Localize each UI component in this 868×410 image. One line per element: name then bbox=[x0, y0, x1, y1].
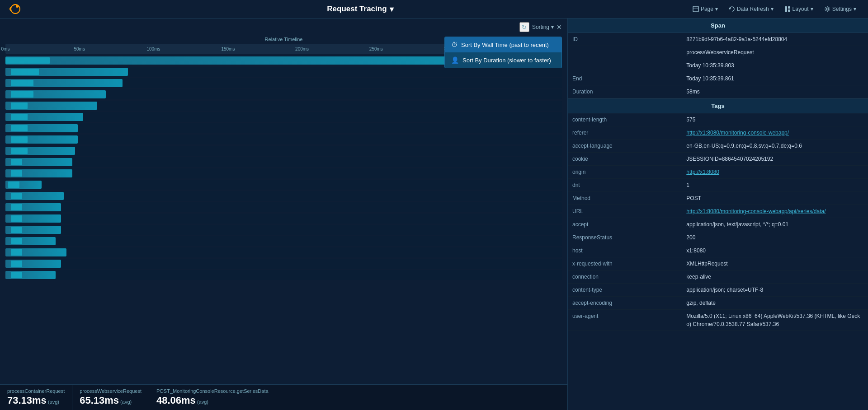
bar-row[interactable] bbox=[5, 101, 562, 111]
tag-row: connectionkeep-alive bbox=[568, 270, 868, 284]
stat-value: 73.13ms bbox=[7, 395, 47, 406]
bar-inner bbox=[11, 170, 22, 177]
tag-row: content-typeapplication/json; charset=UT… bbox=[568, 284, 868, 297]
page-nav-icon bbox=[693, 6, 699, 12]
span-key bbox=[568, 46, 682, 59]
settings-button[interactable]: Settings ▾ bbox=[820, 4, 861, 14]
tag-link[interactable]: http://x1:8080/monitoring-console-webapp… bbox=[686, 130, 789, 136]
tag-key: ResponseStatus bbox=[568, 231, 682, 244]
page-nav-button[interactable]: Page ▾ bbox=[688, 4, 722, 14]
bar-inner bbox=[11, 80, 33, 86]
bar-row[interactable] bbox=[5, 78, 562, 88]
page-title-area: Request Tracing ▾ bbox=[33, 5, 688, 14]
bar-row[interactable] bbox=[5, 67, 562, 77]
tag-key: host bbox=[568, 244, 682, 257]
svg-rect-5 bbox=[788, 6, 790, 9]
bar-background bbox=[5, 236, 562, 246]
page-title-chevron: ▾ bbox=[390, 5, 394, 14]
tag-row: content-length575 bbox=[568, 113, 868, 126]
bar-background bbox=[5, 247, 562, 257]
chart-refresh-button[interactable]: ↻ bbox=[519, 22, 529, 32]
span-header: Span bbox=[568, 19, 868, 33]
span-row: Duration58ms bbox=[568, 85, 868, 98]
bar-row[interactable] bbox=[5, 236, 562, 246]
tag-key: dnt bbox=[568, 179, 682, 192]
tag-key: content-type bbox=[568, 284, 682, 297]
tag-value: x1:8080 bbox=[682, 244, 868, 257]
tag-value: http://x1:8080/monitoring-console-webapp… bbox=[682, 205, 868, 218]
bar-inner bbox=[11, 125, 28, 131]
bar-inner bbox=[11, 238, 22, 244]
bar-row[interactable] bbox=[5, 112, 562, 122]
timeline-area: Relative Timeline 0ms50ms100ms150ms200ms… bbox=[0, 36, 567, 384]
bar-background bbox=[5, 168, 562, 178]
tag-row: x-requested-withXMLHttpRequest bbox=[568, 257, 868, 270]
page-nav-label: Page bbox=[701, 6, 713, 12]
tag-value: 1 bbox=[682, 179, 868, 192]
tag-row: user-agentMozilla/5.0 (X11; Linux x86_64… bbox=[568, 310, 868, 331]
tag-row: accept-encodinggzip, deflate bbox=[568, 297, 868, 310]
data-refresh-chevron: ▾ bbox=[771, 6, 774, 12]
tag-value: Mozilla/5.0 (X11; Linux x86_64) AppleWeb… bbox=[682, 310, 868, 331]
span-row: processWebserviceRequest bbox=[568, 46, 868, 59]
top-navbar: Request Tracing ▾ Page ▾ Data Refresh ▾ … bbox=[0, 0, 868, 19]
page-title-text: Request Tracing bbox=[327, 5, 387, 14]
tag-key: Method bbox=[568, 192, 682, 205]
tag-key: user-agent bbox=[568, 310, 682, 331]
bar-background bbox=[5, 191, 562, 201]
bar-row[interactable] bbox=[5, 157, 562, 167]
page-title-button[interactable]: Request Tracing ▾ bbox=[327, 5, 393, 14]
sort-by-duration[interactable]: 👤 Sort By Duration (slower to faster) bbox=[445, 52, 561, 68]
data-refresh-button[interactable]: Data Refresh ▾ bbox=[724, 4, 778, 14]
stat-value: 48.06ms bbox=[156, 395, 196, 406]
bar-row[interactable] bbox=[5, 146, 562, 156]
bar-row[interactable] bbox=[5, 270, 562, 280]
tags-header: Tags bbox=[568, 98, 868, 113]
bar-row[interactable] bbox=[5, 89, 562, 99]
sort-by-wall-time[interactable]: ⏱ Sort By Wall Time (past to recent) bbox=[445, 37, 561, 52]
sorting-dropdown-button[interactable]: Sorting ▾ bbox=[532, 24, 554, 30]
tag-key: accept-language bbox=[568, 140, 682, 153]
stat-avg: (avg) bbox=[196, 399, 208, 405]
sorting-close-button[interactable]: ✕ bbox=[557, 24, 562, 30]
bar-background bbox=[5, 123, 562, 133]
svg-rect-6 bbox=[788, 9, 790, 12]
payara-logo bbox=[7, 2, 24, 16]
tag-link[interactable]: http://x1:8080/monitoring-console-webapp… bbox=[686, 208, 826, 214]
bar-row[interactable] bbox=[5, 202, 562, 212]
bar-row[interactable] bbox=[5, 259, 562, 269]
tag-row: hostx1:8080 bbox=[568, 244, 868, 257]
wall-time-icon: ⏱ bbox=[451, 41, 458, 48]
bar-row[interactable] bbox=[5, 214, 562, 224]
bar-row[interactable] bbox=[5, 225, 562, 235]
tag-row: refererhttp://x1:8080/monitoring-console… bbox=[568, 126, 868, 140]
bar-inner bbox=[11, 215, 22, 222]
bar-row[interactable] bbox=[5, 191, 562, 201]
sort-popup: ⏱ Sort By Wall Time (past to recent) 👤 S… bbox=[444, 37, 562, 68]
stat-label: processContainerRequest bbox=[7, 388, 65, 394]
bar-row[interactable] bbox=[5, 168, 562, 178]
bar-inner bbox=[11, 249, 22, 256]
nav-actions: Page ▾ Data Refresh ▾ Layout ▾ Settings … bbox=[688, 4, 861, 14]
layout-icon bbox=[784, 6, 791, 12]
bar-inner bbox=[11, 102, 28, 109]
span-value: Today 10:35:39.803 bbox=[682, 59, 868, 72]
bar-row[interactable] bbox=[5, 135, 562, 144]
span-row: ID8271b9df-97b6-4a82-9a1a-5244efd28804 bbox=[568, 33, 868, 46]
bar-row[interactable] bbox=[5, 180, 562, 190]
tag-link[interactable]: http://x1:8080 bbox=[686, 169, 719, 175]
bar-row[interactable] bbox=[5, 247, 562, 257]
tag-key: accept-encoding bbox=[568, 297, 682, 310]
tag-key: connection bbox=[568, 270, 682, 284]
stat-avg: (avg) bbox=[119, 399, 132, 405]
bar-background bbox=[5, 135, 562, 144]
bar-inner bbox=[11, 159, 22, 165]
data-refresh-icon bbox=[729, 6, 735, 12]
bar-row[interactable] bbox=[5, 123, 562, 133]
tag-value: JSESSIONID=88645407024205192 bbox=[682, 153, 868, 166]
bar-background bbox=[5, 225, 562, 235]
bar-inner bbox=[11, 69, 39, 75]
layout-button[interactable]: Layout ▾ bbox=[780, 4, 818, 14]
layout-chevron: ▾ bbox=[811, 6, 813, 12]
bar-inner bbox=[11, 227, 22, 233]
